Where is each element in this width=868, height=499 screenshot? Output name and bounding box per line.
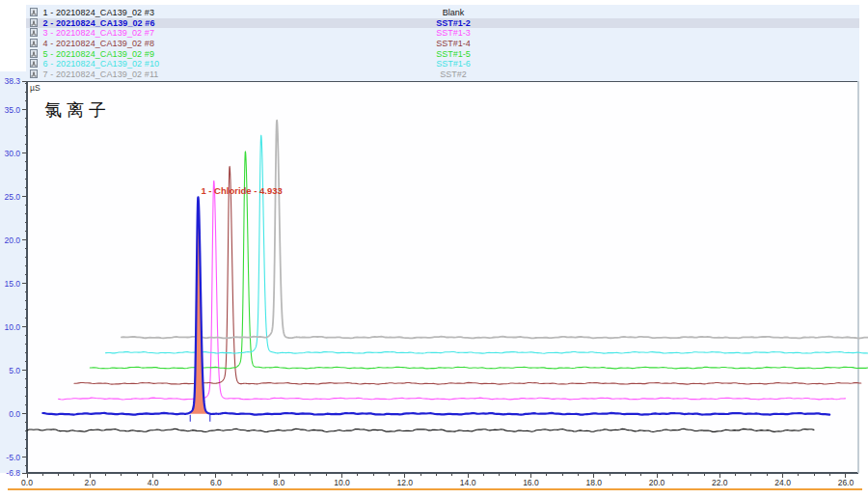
legend-row[interactable]: 2 - 20210824_CA139_02 #6 SST#1-2 xyxy=(26,18,859,29)
sample-name: SST#1-4 xyxy=(381,39,526,49)
svg-text:4.0: 4.0 xyxy=(148,478,159,487)
svg-text:20.0: 20.0 xyxy=(649,478,665,487)
chromatogram-icon xyxy=(30,69,38,78)
svg-text:16.0: 16.0 xyxy=(523,478,539,487)
sample-name: SST#1-2 xyxy=(381,18,526,29)
sample-name: Blank xyxy=(381,8,526,18)
svg-text:-6.8: -6.8 xyxy=(6,468,20,478)
injection-legend: 1 - 20210824_CA139_02 #3 Blank 2 - 20210… xyxy=(26,5,859,81)
injection-label: 3 - 20210824_CA139_02 #7 xyxy=(43,28,155,38)
chromatogram-icon xyxy=(30,59,38,68)
sample-name: SST#2 xyxy=(381,69,526,80)
legend-row[interactable]: 5 - 20210824_CA139_02 #9 SST#1-5 xyxy=(26,49,859,60)
svg-text:2.0: 2.0 xyxy=(84,478,95,487)
injection-label: 1 - 20210824_CA139_02 #3 xyxy=(43,8,155,17)
x-axis xyxy=(27,473,846,478)
svg-text:10.0: 10.0 xyxy=(4,322,20,332)
svg-text:10.0: 10.0 xyxy=(334,478,350,487)
svg-text:14.0: 14.0 xyxy=(460,478,476,487)
legend-row[interactable]: 7 - 20210824_CA139_02 #11 SST#2 xyxy=(26,69,859,80)
legend-row[interactable]: 1 - 20210824_CA139_02 #3 Blank xyxy=(26,8,859,18)
svg-text:20.0: 20.0 xyxy=(4,236,20,245)
chromatogram-icon xyxy=(30,8,38,16)
peak-label: 1 - Chloride - 4.933 xyxy=(201,185,282,196)
svg-text:15.0: 15.0 xyxy=(4,279,20,289)
svg-text:30.0: 30.0 xyxy=(4,149,20,158)
bottom-accent-line xyxy=(8,488,862,490)
svg-text:0.0: 0.0 xyxy=(21,478,33,487)
injection-label: 4 - 20210824_CA139_02 #8 xyxy=(43,39,155,48)
sample-name: SST#1-3 xyxy=(381,28,526,39)
svg-text:5.0: 5.0 xyxy=(9,366,20,375)
svg-text:6.0: 6.0 xyxy=(210,478,222,487)
chromatogram-icon xyxy=(30,39,38,47)
chromatogram-icon xyxy=(30,49,38,58)
svg-text:38.3: 38.3 xyxy=(4,76,20,86)
injection-label: 6 - 20210824_CA139_02 #10 xyxy=(43,59,160,69)
sample-name: SST#1-5 xyxy=(381,49,526,60)
svg-text:24.0: 24.0 xyxy=(774,478,791,487)
svg-text:26.0: 26.0 xyxy=(838,478,854,487)
chromatogram-icon xyxy=(30,28,38,37)
chromatogram-icon xyxy=(30,18,38,27)
svg-text:25.0: 25.0 xyxy=(4,192,20,202)
svg-text:12.0: 12.0 xyxy=(397,478,414,487)
svg-text:8.0: 8.0 xyxy=(273,478,285,487)
injection-label: 7 - 20210824_CA139_02 #11 xyxy=(43,69,159,79)
legend-row[interactable]: 4 - 20210824_CA139_02 #8 SST#1-4 xyxy=(26,39,859,49)
svg-text:22.0: 22.0 xyxy=(712,478,728,487)
injection-label: 5 - 20210824_CA139_02 #9 xyxy=(43,49,155,59)
legend-row[interactable]: 3 - 20210824_CA139_02 #7 SST#1-3 xyxy=(26,28,859,39)
chromatogram-window: -5.00.05.010.015.020.025.030.035.038.3-6… xyxy=(0,0,868,499)
legend-row[interactable]: 6 - 20210824_CA139_02 #10 SST#1-6 xyxy=(26,59,859,69)
svg-text:18.0: 18.0 xyxy=(585,478,602,487)
x-axis-labels: 0.02.04.06.08.010.012.014.016.018.020.02… xyxy=(21,478,854,487)
plot-title: 氯离子 xyxy=(44,98,111,122)
injection-label: 2 - 20210824_CA139_02 #6 xyxy=(43,18,155,28)
svg-text:0.0: 0.0 xyxy=(9,409,20,419)
sample-name: SST#1-6 xyxy=(381,59,526,69)
svg-text:35.0: 35.0 xyxy=(4,105,20,115)
y-axis-unit-label: µS xyxy=(30,83,41,93)
svg-text:-5.0: -5.0 xyxy=(6,453,20,462)
